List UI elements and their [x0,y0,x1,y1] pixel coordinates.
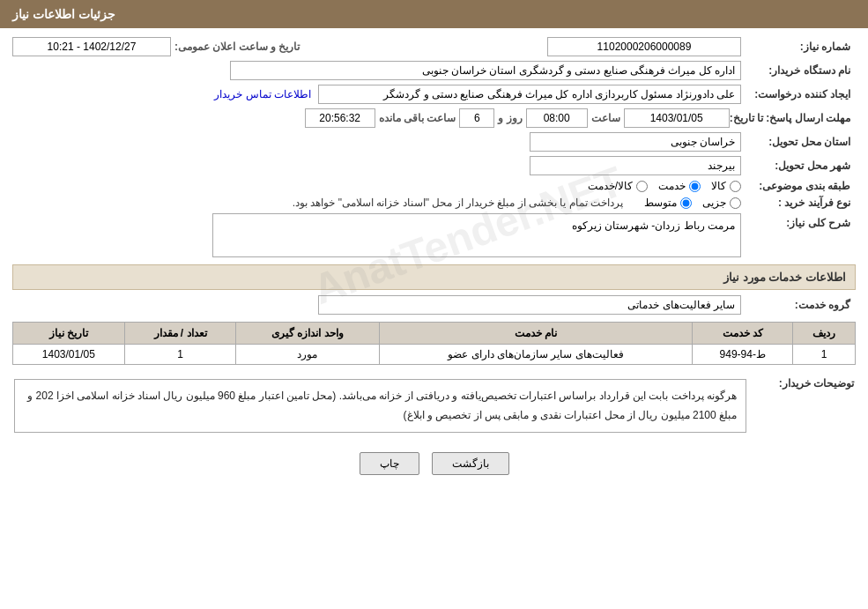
table-row: 1 ط-94-949 فعالیت‌های سایر سازمان‌های دا… [13,345,856,365]
content-area: شماره نیاز: 1102000206000089 تاریخ و ساع… [0,28,868,494]
radio-jozee-input[interactable] [730,197,741,209]
radio-khadamat-label: خدمت [658,180,686,192]
radio-farayand: جزیی متوسط [644,197,741,209]
th-vahed: واحد اندازه گیری [236,323,379,345]
label-tosihaat: توضیحات خریدار: [748,372,854,440]
tosihaat-text: هرگونه پرداخت بابت این قرارداد براساس اع… [27,390,737,421]
radio-khadamat-item[interactable]: خدمت [658,180,701,192]
row-naveFarayand: نوع فرآیند خرید : جزیی متوسط پرداخت تمام… [12,197,856,209]
cell-vahed: مورد [236,345,379,365]
row-ijadKonande: ایجاد کننده درخواست: علی دادورنژاد مسئول… [12,85,856,104]
sharh-text: مرمت رباط زردان- شهرستان زیرکوه [572,219,735,232]
radio-tabaghebandi: کالا خدمت کالا/خدمت [588,180,741,192]
tosihaat-box: هرگونه پرداخت بابت این قرارداد براساس اع… [14,379,746,433]
label-shomareNiaz: شماره نیاز: [741,41,856,53]
cell-tarikh: 1403/01/05 [13,345,125,365]
label-namDastgah: نام دستگاه خریدار: [741,64,856,77]
radio-jozee-label: جزیی [702,197,726,209]
radio-kala-item[interactable]: کالا [711,180,741,192]
sharh-container: مرمت رباط زردان- شهرستان زیرکوه AnatTend… [195,213,741,257]
cell-tedad: 1 [124,345,236,365]
page-header: جزئیات اطلاعات نیاز [0,0,868,28]
print-button[interactable]: چاپ [360,452,419,475]
value-namDastgah: اداره کل میراث فرهنگی صنایع دستی و گردشگ… [230,61,741,80]
page-title: جزئیات اطلاعات نیاز [12,7,115,21]
value-tarikh: 1403/01/05 [624,108,730,128]
cell-name: فعالیت‌های سایر سازمان‌های دارای عضو [379,345,693,365]
radio-kala-khadamat-item[interactable]: کالا/خدمت [588,180,648,192]
label-tarikh-elan: تاریخ و ساعت اعلان عمومی: [174,41,300,53]
label-shahr: شهر محل تحویل: [741,160,856,172]
label-saat: ساعت [591,112,620,124]
row-shahr: شهر محل تحویل: بیرجند [12,156,856,175]
purchase-note: پرداخت تمام یا بخشی از مبلغ خریدار از مح… [293,197,623,209]
label-roz: روز و [498,112,522,124]
value-baghimande: 20:56:32 [305,108,375,128]
th-radif: ردیف [793,323,856,345]
value-saat: 08:00 [526,108,588,128]
services-table: ردیف کد خدمت نام خدمت واحد اندازه گیری ت… [12,322,856,365]
row-namDastgah: نام دستگاه خریدار: اداره کل میراث فرهنگی… [12,61,856,80]
row-tabaghebandi: طبقه بندی موضوعی: کالا خدمت کالا/خدمت [12,180,856,192]
label-tabaghebandi: طبقه بندی موضوعی: [741,180,856,192]
value-shomareNiaz: 1102000206000089 [547,37,741,56]
value-grouh: سایر فعالیت‌های خدماتی [318,295,741,315]
value-ostan: خراسان جنوبی [530,132,741,152]
services-table-header-row: ردیف کد خدمت نام خدمت واحد اندازه گیری ت… [13,323,856,345]
th-tarikh: تاریخ نیاز [13,323,125,345]
value-tosihaat: هرگونه پرداخت بابت این قرارداد براساس اع… [14,372,746,440]
row-ostan: استان محل تحویل: خراسان جنوبی [12,132,856,152]
value-tarikh-elan: 1402/12/27 - 10:21 [12,37,171,56]
radio-kala-input[interactable] [730,181,741,192]
label-baghimande: ساعت باقی مانده [379,112,456,124]
row-mohlat: مهلت ارسال پاسخ: تا تاریخ: 1403/01/05 سا… [12,108,856,128]
cell-radif: 1 [793,345,856,365]
radio-kala-khadamat-input[interactable] [636,181,648,192]
radio-motevaset-input[interactable] [680,197,692,209]
radio-kala-khadamat-label: کالا/خدمت [588,180,633,192]
label-ijadKonande: ایجاد کننده درخواست: [741,88,856,100]
value-shahr: بیرجند [530,156,741,175]
label-sharh: شرح کلی نیاز: [741,213,856,229]
cell-kod: ط-94-949 [693,345,793,365]
services-table-head: ردیف کد خدمت نام خدمت واحد اندازه گیری ت… [13,323,856,345]
radio-kala-label: کالا [711,180,726,192]
row-shomareNiaz: شماره نیاز: 1102000206000089 تاریخ و ساع… [12,37,856,56]
services-section-header: اطلاعات خدمات مورد نیاز [12,264,856,290]
tosihaat-row: توضیحات خریدار: هرگونه پرداخت بابت این ق… [14,372,854,440]
th-tedad: تعداد / مقدار [124,323,236,345]
back-button[interactable]: بازگشت [432,452,509,475]
radio-khadamat-input[interactable] [689,181,701,192]
th-kod: کد خدمت [693,323,793,345]
label-naveFarayand: نوع فرآیند خرید : [741,197,856,209]
label-mohlat: مهلت ارسال پاسخ: تا تاریخ: [730,112,856,124]
label-grouh: گروه خدمت: [741,299,856,311]
row-grouh: گروه خدمت: سایر فعالیت‌های خدماتی [12,295,856,315]
th-name: نام خدمت [379,323,693,345]
tosihaat-section: توضیحات خریدار: هرگونه پرداخت بابت این ق… [12,370,856,442]
services-table-body: 1 ط-94-949 فعالیت‌های سایر سازمان‌های دا… [13,345,856,365]
button-row: بازگشت چاپ [12,452,856,475]
radio-motevaset-label: متوسط [644,197,677,209]
value-ijadKonande: علی دادورنژاد مسئول کاربردازی اداره کل م… [318,85,741,104]
link-tamas-kharidaar[interactable]: اطلاعات تماس خریدار [214,88,311,100]
value-sharh: مرمت رباط زردان- شهرستان زیرکوه [212,213,741,257]
page-wrapper: جزئیات اطلاعات نیاز شماره نیاز: 11020002… [0,0,868,609]
value-roz: 6 [459,108,494,128]
radio-motevaset-item[interactable]: متوسط [644,197,692,209]
row-sharh: شرح کلی نیاز: مرمت رباط زردان- شهرستان ز… [12,213,856,257]
radio-jozee-item[interactable]: جزیی [702,197,741,209]
label-ostan: استان محل تحویل: [741,136,856,148]
